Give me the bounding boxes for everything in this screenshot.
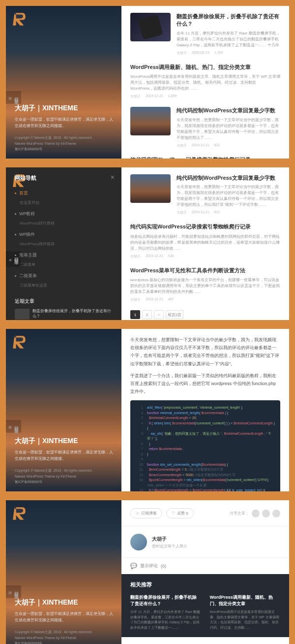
nav-item-submenu[interactable]: 二级菜单 xyxy=(15,270,113,282)
related-posts: 相关推荐 翻盖折叠屏徐徐展开，折叠手机除了贵还有什么？ 去年 11 月后，摩托罗… xyxy=(121,574,289,637)
site-title: 大胡子｜XINTHEME xyxy=(15,437,115,446)
sidebar: 网站菜单≡ 大胡子｜XINTHEME 生命是一团欲望，欲望不能满足便痛苦，满足便… xyxy=(6,329,121,491)
nav-item-wp-plugin[interactable]: WP插件 xyxy=(15,229,113,240)
post-meta: 大胡子2019-12-21407 xyxy=(130,297,280,302)
sidebar: 网站菜单≡ 大胡子｜XINTHEME 生命是一团欲望，欲望不能满足便痛苦，满足便… xyxy=(6,500,121,644)
post-title: 纯代码控制WordPress文章回复最少字数 xyxy=(177,107,280,114)
share-qq-icon[interactable] xyxy=(272,510,280,517)
post-meta: 大胡子2019-12-21821 xyxy=(177,210,280,215)
site-description: 生命是一团欲望，欲望不能满足便痛苦，满足便无聊，人生就在痛苦和无聊之间摇摆。 xyxy=(15,450,115,462)
article-content: 今天突发奇想，想要限制一下文章评论当中的最少字数，因为，我发现频现在很多的评论下… xyxy=(121,329,289,491)
heart-icon: ♡ xyxy=(172,511,175,515)
nav-heading: 网站导航 xyxy=(15,174,113,182)
nav-item-theme[interactable]: 简单主题 xyxy=(15,250,113,261)
post-title: 纯代码实现WordPress记录搜索引擎蜘蛛爬行记录 xyxy=(130,156,280,159)
author-box: 大胡子 暂时还没有个人简介 xyxy=(121,527,289,557)
preview-panel-4: 网站菜单≡ 大胡子｜XINTHEME 生命是一团欲望，欲望不能满足便痛苦，满足便… xyxy=(6,500,289,644)
site-description: 生命是一团欲望，欲望不能满足便痛苦，满足便无聊，人生就在痛苦和无聊之间摇摆。 xyxy=(15,117,115,129)
post-item[interactable]: 翻盖折叠屏徐徐展开，折叠手机除了贵还有什么？ 去年 11 月后，摩托罗拉向外发布… xyxy=(130,13,280,56)
share-wechat-icon[interactable] xyxy=(252,510,260,517)
post-list: 纯代码控制WordPress文章回复最少字数 今天突发奇想，想要限制一下文章评论… xyxy=(121,167,289,320)
post-excerpt: wordpress 最核心的功能就是做为一个发布文章的平台，创建哪一套菜单等，可… xyxy=(130,277,280,295)
nav-item-wp-tutorial[interactable]: WP教程 xyxy=(15,208,113,220)
post-title: WordPress菜单可见性和工具条件判断设置方法 xyxy=(130,267,280,274)
code-block: 1add_filter( 'preprocess_comment', 'mini… xyxy=(130,400,280,491)
post-thumbnail xyxy=(130,13,171,41)
post-excerpt: 今天突发奇想，想要限制一下文章评论当中的最少字数，因为，我发现频现在很多的评论的… xyxy=(177,184,280,208)
sidebar: 网站菜单≡ 大胡子｜XINTHEME 生命是一团欲望，欲望不能满足便痛苦，满足便… xyxy=(6,6,121,159)
article-paragraph: 今天突发奇想，想要限制一下文章评论当中的最少字数，因为，我发现频现在很多的评论下… xyxy=(130,336,280,368)
post-meta: 大胡子2019-12-21538 xyxy=(130,254,280,259)
recent-heading: 近期文章 xyxy=(15,298,113,305)
preview-panel-1: 网站菜单≡ 大胡子｜XINTHEME 生命是一团欲望，欲望不能满足便痛苦，满足便… xyxy=(6,6,289,159)
copyright: Copyright © Nalvee主题. 2018 · All rights … xyxy=(15,468,115,484)
page-1[interactable]: 1 xyxy=(130,310,140,319)
post-excerpt: 去年 11 月后，摩托罗拉向外发布了 Razr 翻盖折叠屏手机，紧接着，三星在今… xyxy=(177,31,280,48)
post-thumbnail xyxy=(130,174,171,203)
sidebar-footer: 大胡子｜XINTHEME 生命是一团欲望，欲望不能满足便痛苦，满足便无聊，人生就… xyxy=(15,437,115,484)
interact-bar: ☆订阅博客 ♡点赞 0 分享文章： xyxy=(121,500,289,527)
article-footer-area: ☆订阅博客 ♡点赞 0 分享文章： 大胡子 暂时还没有个人简介 💬 显示评论 xyxy=(121,500,289,644)
author-name[interactable]: 大胡子 xyxy=(152,536,187,543)
post-thumbnail xyxy=(130,107,171,135)
post-excerpt: WordPress调用不仅是最基本常用到最新文章、随机文章调用文章等，关于 WP… xyxy=(130,74,280,92)
sidebar-footer: 大胡子｜XINTHEME 生命是一团欲望，欲望不能满足便痛苦，满足便无聊，人生就… xyxy=(15,104,115,152)
menu-icon: ≡ xyxy=(7,591,13,595)
comment-icon: 💬 xyxy=(130,563,137,569)
nav-close-button[interactable]: × xyxy=(111,173,115,181)
author-avatar[interactable] xyxy=(130,534,147,550)
post-item[interactable]: 纯代码实现WordPress记录搜索引擎蜘蛛爬行记录 很多站点网站收录有问题时，… xyxy=(130,156,280,159)
preview-panel-2: 网站菜单× × 网站导航 首页 在这里开始 WP教程 WordPress技巧教程… xyxy=(6,167,289,320)
vertical-menu-tab[interactable]: 网站菜单≡ xyxy=(6,91,21,104)
bookmark-button[interactable]: ☆订阅博客 xyxy=(130,508,162,518)
pagination: 1 2 › 尾页2页 xyxy=(130,310,280,319)
post-item[interactable]: 纯代码实现WordPress记录搜索引擎蜘蛛爬行记录 很多站点网站收录有问题时，… xyxy=(130,223,280,258)
post-title: 翻盖折叠屏徐徐展开，折叠手机除了贵还有什么？ xyxy=(177,13,280,28)
post-list: 翻盖折叠屏徐徐展开，折叠手机除了贵还有什么？ 去年 11 月后，摩托罗拉向外发布… xyxy=(121,6,289,159)
article-paragraph: 于是我进了一个办法，我们最新版一下类似的纯代码最新版的教程，我刚在百度上搜索到了… xyxy=(130,372,280,396)
recent-post[interactable]: 翻盖折叠屏徐徐展开，折叠手机除了贵还有什么？大胡子 02-23 xyxy=(15,309,113,320)
post-title: 纯代码实现WordPress记录搜索引擎蜘蛛爬行记录 xyxy=(130,223,280,230)
post-excerpt: 很多站点网站收录有问题时，可能就要知道站点蜘蛛爬到我网站的那些页面，对于网站的内… xyxy=(130,234,280,252)
site-logo[interactable] xyxy=(10,504,29,523)
menu-icon: ≡ xyxy=(7,426,13,430)
vertical-menu-tab[interactable]: 网站菜单≡ xyxy=(6,420,21,433)
comments-toggle[interactable]: 💬 显示评论 (0) xyxy=(121,557,289,574)
site-title: 大胡子｜XINTHEME xyxy=(15,598,115,607)
recent-thumbnail xyxy=(15,309,30,320)
post-item[interactable]: WordPress调用最新、随机、热门、指定分类文章 WordPress调用不仅… xyxy=(130,64,280,99)
site-logo[interactable] xyxy=(10,333,29,352)
bookmark-icon: ☆ xyxy=(136,511,139,515)
site-logo[interactable] xyxy=(10,10,29,29)
like-button[interactable]: ♡点赞 0 xyxy=(166,508,194,518)
page-last[interactable]: 尾页2页 xyxy=(166,310,183,319)
nav-drawer: 网站菜单× × 网站导航 首页 在这里开始 WP教程 WordPress技巧教程… xyxy=(6,167,121,320)
related-item[interactable]: WordPress调用最新、随机、热门、指定分类文章 WordPress调用不仅… xyxy=(210,594,281,630)
post-meta: 大胡子2019-12-21821 xyxy=(177,143,280,148)
menu-icon: ≡ xyxy=(7,97,13,101)
related-heading: 相关推荐 xyxy=(130,581,280,588)
post-meta: 大胡子2019-12-211,059 xyxy=(130,94,280,99)
share-weibo-icon[interactable] xyxy=(262,510,270,517)
sidebar-footer: 大胡子｜XINTHEME 生命是一团欲望，欲望不能满足便痛苦，满足便无聊，人生就… xyxy=(15,598,115,644)
post-meta: 大胡子2020-02-231,704 xyxy=(177,51,280,56)
page-2[interactable]: 2 xyxy=(142,310,152,319)
related-item[interactable]: 翻盖折叠屏徐徐展开，折叠手机除了贵还有什么？ 去年 11 月后，摩托罗拉向外发布… xyxy=(130,594,201,630)
post-title: WordPress调用最新、随机、热门、指定分类文章 xyxy=(130,64,280,71)
post-item[interactable]: 纯代码控制WordPress文章回复最少字数 今天突发奇想，想要限制一下文章评论… xyxy=(130,174,280,215)
site-title: 大胡子｜XINTHEME xyxy=(15,104,115,113)
page-next[interactable]: › xyxy=(154,310,164,319)
post-excerpt: 今天突发奇想，想要限制一下文章评论当中的最少字数，因为，我发现频现在很多的评论的… xyxy=(177,117,280,141)
post-item[interactable]: 纯代码控制WordPress文章回复最少字数 今天突发奇想，想要限制一下文章评论… xyxy=(130,107,280,148)
site-description: 生命是一团欲望，欲望不能满足便痛苦，满足便无聊，人生就在痛苦和无聊之间摇摆。 xyxy=(15,611,115,624)
author-bio: 暂时还没有个人简介 xyxy=(152,544,187,549)
post-title: 纯代码控制WordPress文章回复最少字数 xyxy=(177,174,280,182)
copyright: Copyright © Nalvee主题. 2018 · All rights … xyxy=(15,135,115,152)
copyright: Copyright © Nalvee主题. 2018 · All rights … xyxy=(15,629,115,644)
share-bar: 分享文章： xyxy=(230,510,280,517)
nav-item-home[interactable]: 首页 xyxy=(15,188,113,199)
preview-panel-3: 网站菜单≡ 大胡子｜XINTHEME 生命是一团欲望，欲望不能满足便痛苦，满足便… xyxy=(6,329,289,491)
vertical-menu-tab[interactable]: 网站菜单≡ xyxy=(6,585,21,598)
post-item[interactable]: WordPress菜单可见性和工具条件判断设置方法 wordpress 最核心的… xyxy=(130,267,280,302)
